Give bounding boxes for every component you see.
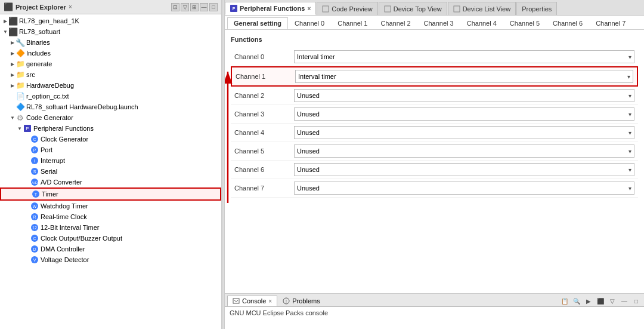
tree-item-serial[interactable]: S Serial — [0, 166, 221, 177]
tree-item-watchdog[interactable]: W Watchdog Timer — [0, 201, 221, 211]
right-panel: General setting Channel 0 Channel 1 Chan… — [225, 16, 644, 329]
tree-item-adconverter[interactable]: A/D A/D Converter — [0, 177, 221, 187]
svg-rect-33 — [233, 299, 239, 303]
tree-item-interval12[interactable]: 12 12-Bit Interval Timer — [0, 222, 221, 233]
sub-tab-ch4-label: Channel 4 — [467, 20, 497, 27]
tree-item-dma[interactable]: D DMA Controller — [0, 244, 221, 254]
toolbar-filter-btn[interactable]: ▽ — [181, 3, 189, 11]
tab-devicelist-label: Device List View — [463, 5, 511, 13]
toolbar-maximize-btn[interactable]: □ — [209, 3, 218, 11]
console-content: GNU MCU Eclipse Packs console — [225, 307, 644, 329]
expand-arrow-binaries — [10, 39, 16, 45]
expand-arrow-serial — [24, 168, 30, 174]
tab-peripheral[interactable]: P Peripheral Functions × — [225, 2, 316, 15]
tree-item-rl78gen[interactable]: ⬛ RL78_gen_head_1K — [0, 16, 221, 26]
svg-text:P: P — [233, 7, 236, 11]
console-tab-problems[interactable]: ! Problems — [277, 296, 325, 306]
toolbar-link-btn[interactable]: ⊞ — [190, 3, 199, 11]
channel-6-value: Unused — [297, 166, 628, 173]
tab-codepreview-label: Code Preview — [332, 5, 372, 13]
console-btn-4[interactable]: ⬛ — [595, 296, 606, 306]
channel-6-select[interactable]: Unused ▾ — [294, 163, 634, 176]
expand-arrow-clock — [24, 136, 30, 142]
expand-arrow-generate — [10, 61, 16, 67]
sub-tab-ch2-label: Channel 2 — [380, 20, 410, 27]
project-icon-rl78soft: ⬛ — [8, 27, 18, 36]
toolbar-collapse-btn[interactable]: ⊡ — [171, 3, 179, 11]
tab-codepreview[interactable]: Code Preview — [317, 2, 377, 15]
tree-item-peripheral[interactable]: P Peripheral Functions — [0, 123, 221, 134]
console-btn-1[interactable]: 📋 — [559, 296, 570, 306]
sub-tab-ch0[interactable]: Channel 0 — [288, 17, 331, 29]
tree-item-binaries[interactable]: 🔧 Binaries — [0, 37, 221, 48]
channel-1-select[interactable]: Interval timer ▾ — [295, 70, 633, 83]
tree-item-codegen[interactable]: ⚙ Code Generator — [0, 112, 221, 123]
expand-arrow-rl78gen — [2, 18, 8, 24]
icon-generate: 📁 — [16, 59, 25, 69]
console-btn-5[interactable]: ▽ — [607, 296, 618, 306]
svg-text:P: P — [26, 126, 29, 131]
console-btn-minimize[interactable]: — — [619, 296, 630, 306]
icon-adconverter: A/D — [30, 177, 39, 187]
sub-tab-ch2[interactable]: Channel 2 — [374, 17, 417, 29]
svg-text:R: R — [33, 215, 36, 219]
icon-port: P — [30, 145, 39, 155]
tree-item-includes[interactable]: 🔶 Includes — [0, 48, 221, 59]
project-icon-rl78gen: ⬛ — [8, 16, 18, 26]
toolbar-minimize-btn[interactable]: — — [200, 3, 208, 11]
svg-text:I: I — [34, 159, 35, 163]
tree-item-voltage[interactable]: V Voltage Detector — [0, 254, 221, 265]
sub-tab-ch3[interactable]: Channel 3 — [417, 17, 460, 29]
tree-container[interactable]: ⬛ RL78_gen_head_1K ⬛ RL78_softuart 🔧 Bin… — [0, 14, 221, 329]
console-btn-2[interactable]: 🔍 — [571, 296, 582, 306]
tree-item-hwdebug[interactable]: 📁 HardwareDebug — [0, 80, 221, 91]
expand-arrow-codegen — [10, 115, 16, 121]
console-btn-maximize[interactable]: □ — [631, 296, 642, 306]
console-tab-console[interactable]: Console × — [227, 296, 277, 306]
sub-tab-ch5[interactable]: Channel 5 — [503, 17, 546, 29]
svg-rect-32 — [454, 6, 460, 12]
icon-hwdebug: 📁 — [16, 81, 25, 90]
tree-item-clock[interactable]: C Clock Generator — [0, 134, 221, 144]
tree-item-timer[interactable]: T Timer — [0, 187, 221, 201]
tree-item-roption[interactable]: 📄 r_option_cc.txt — [0, 91, 221, 102]
tree-item-generate[interactable]: 📁 generate — [0, 59, 221, 69]
channel-0-select[interactable]: Interval timer ▾ — [294, 50, 634, 63]
channel-2-select[interactable]: Unused ▾ — [294, 89, 634, 102]
tree-label-generate: generate — [26, 60, 52, 67]
tree-label-peripheral: Peripheral Functions — [33, 125, 94, 132]
tree-label-binaries: Binaries — [26, 39, 50, 46]
tab-peripheral-close[interactable]: × — [307, 5, 311, 12]
console-tab-close[interactable]: × — [268, 298, 272, 305]
tab-devicelist[interactable]: Device List View — [448, 2, 516, 15]
tab-devicetop[interactable]: Device Top View — [379, 2, 447, 15]
sub-tab-ch7[interactable]: Channel 7 — [589, 17, 632, 29]
svg-text:S: S — [33, 170, 36, 174]
tree-item-launch[interactable]: 🔷 RL78_softuart HardwareDebug.launch — [0, 102, 221, 112]
sub-tab-ch6[interactable]: Channel 6 — [546, 17, 589, 29]
sub-tab-ch4[interactable]: Channel 4 — [460, 17, 503, 29]
tree-item-rl78soft[interactable]: ⬛ RL78_softuart — [0, 26, 221, 37]
sub-tab-general[interactable]: General setting — [227, 17, 288, 29]
sub-tab-ch1[interactable]: Channel 1 — [331, 17, 374, 29]
channel-4-select[interactable]: Unused ▾ — [294, 126, 634, 139]
icon-roption: 📄 — [16, 91, 25, 101]
console-btn-3[interactable]: ▶ — [583, 296, 594, 306]
channel-row-7: Channel 7 Unused ▾ — [231, 179, 638, 198]
channel-3-label: Channel 3 — [234, 110, 294, 118]
explorer-close-btn[interactable]: × — [69, 4, 72, 10]
channel-0-value: Interval timer — [297, 53, 628, 60]
channel-3-select[interactable]: Unused ▾ — [294, 107, 634, 121]
tab-properties[interactable]: Properties — [516, 2, 557, 15]
channel-7-select[interactable]: Unused ▾ — [294, 182, 634, 195]
channel-5-select[interactable]: Unused ▾ — [294, 144, 634, 158]
tree-item-port[interactable]: P Port — [0, 144, 221, 155]
expand-arrow-peripheral — [17, 125, 23, 131]
tree-item-src[interactable]: 📁 src — [0, 69, 221, 80]
expand-arrow-dma — [24, 246, 30, 252]
tree-item-interrupt[interactable]: I Interrupt — [0, 155, 221, 166]
tree-item-clockout[interactable]: C Clock Output/Buzzer Output — [0, 233, 221, 244]
expand-arrow-launch — [10, 104, 16, 110]
panel-header: ⬛ Project Explorer × ⊡ ▽ ⊞ — □ — [0, 0, 221, 14]
tree-item-rtclock[interactable]: R Real-time Clock — [0, 211, 221, 222]
